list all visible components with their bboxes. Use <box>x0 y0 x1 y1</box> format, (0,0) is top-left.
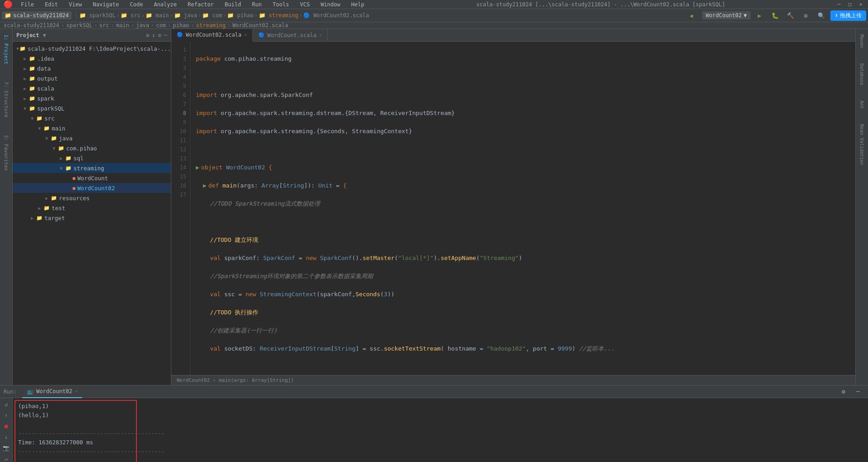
ln-8: 8 <box>171 109 186 118</box>
ant-panel-toggle[interactable]: Ant <box>857 97 868 112</box>
tab-close-1[interactable]: ✕ <box>244 32 247 37</box>
build-button[interactable]: 🔨 <box>784 9 797 22</box>
tree-compihao[interactable]: ▼ 📁 com.pihao <box>13 143 171 153</box>
run-tab-icon: 📺 <box>27 388 34 395</box>
menu-run[interactable]: Run <box>250 0 264 9</box>
menu-build[interactable]: Build <box>223 0 243 9</box>
tree-root[interactable]: ▼ 📁 scala-study211024 F:\IdeaProject\sca… <box>13 43 171 53</box>
output-line-7 <box>18 456 863 462</box>
search-everywhere[interactable]: 🔍 <box>815 9 828 22</box>
run-minimize-btn[interactable]: ─ <box>852 385 864 398</box>
bc-com2: com <box>156 22 166 29</box>
stop-btn[interactable]: ■ <box>2 422 11 431</box>
code-line-6 <box>196 145 850 154</box>
rerun-btn[interactable]: ↺ <box>2 400 11 409</box>
run-tab-wordcount02[interactable]: 📺 WordCount02 ✕ <box>22 385 82 398</box>
tree-test[interactable]: ▶ 📁 test <box>13 203 171 213</box>
tree-scala[interactable]: ▶ 📁 scala <box>13 83 171 93</box>
favorites-panel-toggle[interactable]: 2: Favorites <box>1 131 12 174</box>
run-config-dropdown[interactable]: WordCount02 ▼ <box>702 11 751 19</box>
minimize-panel-icon[interactable]: ─ <box>164 32 167 38</box>
gear-icon[interactable]: ⚙ <box>146 32 149 38</box>
tree-root-label: scala-study211024 F:\IdeaProject\scala-.… <box>28 45 171 52</box>
run-settings-btn[interactable]: ⚙ <box>837 385 850 398</box>
tree-compihao-label: com.pihao <box>66 145 97 152</box>
upload-button[interactable]: ⬆ 拖拽上传 <box>830 10 866 21</box>
project-panel-title: Project <box>16 32 39 38</box>
menu-analyze[interactable]: Analyze <box>152 0 179 9</box>
menu-navigate[interactable]: Navigate <box>91 0 121 9</box>
menu-refactor[interactable]: Refactor <box>186 0 216 9</box>
bean-panel-toggle[interactable]: Bean Validation <box>857 120 868 168</box>
sync-icon[interactable]: ↕ <box>152 32 155 38</box>
structure-panel-toggle[interactable]: 7: Structure <box>1 78 12 121</box>
bc-streaming2: streaming <box>196 22 226 29</box>
run-button[interactable]: ▶ <box>753 9 766 22</box>
code-line-9: //TODO SparkStreaming流式数据处理 <box>196 199 850 208</box>
settings-icon[interactable]: ⚙ <box>158 32 161 38</box>
bottom-panel: Run: 📺 WordCount02 ✕ ⚙ ─ ↺ ↑ ■ ↓ 📷 ↵ ⊕ ↕ <box>0 385 868 462</box>
scroll-down-btn[interactable]: ↓ <box>2 433 11 442</box>
output-line-3 <box>18 420 863 429</box>
code-content[interactable]: package com.pihao.streaming import org.a… <box>190 42 855 375</box>
tree-sparksql-label: sparkSQL <box>37 105 64 112</box>
tree-spark[interactable]: ▶ 📁 spark <box>13 93 171 103</box>
tree-target[interactable]: ▶ 📁 target <box>13 213 171 223</box>
tree-wordcount02[interactable]: ● WordCount02 <box>13 183 171 193</box>
menu-view[interactable]: View <box>67 0 84 9</box>
tab-wordcount02[interactable]: 🔵 WordCount02.scala ✕ <box>171 29 253 42</box>
ln-5: 5 <box>171 82 186 91</box>
menu-window[interactable]: Window <box>319 0 342 9</box>
camera-btn[interactable]: 📷 <box>2 443 11 452</box>
menu-file[interactable]: File <box>19 0 36 9</box>
scroll-up-btn[interactable]: ↑ <box>2 411 11 420</box>
run-side-toolbar: ↺ ↑ ■ ↓ 📷 ↵ ⊕ ↕ <box>0 398 13 462</box>
code-line-1: package com.pihao.streaming <box>196 54 850 63</box>
tree-java[interactable]: ▼ 📁 java <box>13 133 171 143</box>
tree-main[interactable]: ▼ 📁 main <box>13 123 171 133</box>
ln-12: 12 <box>171 145 186 154</box>
project-panel-toggle[interactable]: 1: Project <box>1 31 12 68</box>
tree-data-label: data <box>37 65 51 72</box>
maximize-button[interactable]: □ <box>846 1 853 8</box>
bc-root: scala-study211024 <box>4 22 59 29</box>
debug-button[interactable]: 🐛 <box>769 9 781 22</box>
code-line-14: val ssc = new StreamingContext(sparkConf… <box>196 290 850 299</box>
menu-edit[interactable]: Edit <box>43 0 60 9</box>
editor-breadcrumb: WordCount02 › main(args: Array[String]) <box>171 375 855 385</box>
ln-6: 6 <box>171 91 186 100</box>
tree-wordcount[interactable]: ● WordCount <box>13 173 171 183</box>
ln-3: 3 <box>171 63 186 72</box>
menu-help[interactable]: Help <box>349 0 366 9</box>
menu-tools[interactable]: Tools <box>271 0 291 9</box>
tree-output[interactable]: ▶ 📁 output <box>13 73 171 83</box>
tree-output-label: output <box>37 75 58 82</box>
tab-label-2: WordCount.scala <box>267 32 316 38</box>
database-panel-toggle[interactable]: Database <box>857 60 868 89</box>
main-outer: 🔴 File Edit View Navigate Code Analyze R… <box>0 0 868 462</box>
menu-vcs[interactable]: VCS <box>298 0 312 9</box>
tree-streaming[interactable]: ▼ 📁 streaming <box>13 163 171 173</box>
bc-main: 📁 main <box>145 12 169 19</box>
tree-idea[interactable]: ▶ 📁 .idea <box>13 53 171 63</box>
maven-panel-toggle[interactable]: Maven <box>857 31 868 52</box>
tree-sparksql[interactable]: ▼ 📁 sparkSQL <box>13 103 171 113</box>
settings-button[interactable]: ⚙ <box>800 9 812 22</box>
tab-wordcount[interactable]: 🔵 WordCount.scala ✕ <box>253 29 328 42</box>
tree-data[interactable]: ▶ 📁 data <box>13 63 171 73</box>
output-line-4: ----------------------------------------… <box>18 429 863 438</box>
menu-code[interactable]: Code <box>128 0 145 9</box>
window-controls: ─ □ ✕ <box>835 1 864 8</box>
run-tab-close[interactable]: ✕ <box>75 389 78 394</box>
right-sidebar-icons: Maven Database Ant Bean Validation <box>855 29 868 385</box>
tree-src[interactable]: ▼ 📁 src <box>13 113 171 123</box>
ln-11: 11 <box>171 136 186 145</box>
ln-4: 4 <box>171 72 186 82</box>
tree-resources[interactable]: ▶ 📁 resources <box>13 193 171 203</box>
close-button[interactable]: ✕ <box>857 1 864 8</box>
minimize-button[interactable]: ─ <box>835 1 843 8</box>
tree-sql[interactable]: ▶ 📁 sql <box>13 153 171 163</box>
tab-close-2[interactable]: ✕ <box>319 33 322 38</box>
wrap-btn[interactable]: ↵ <box>2 454 11 462</box>
back-btn[interactable]: ◀ <box>685 9 698 22</box>
